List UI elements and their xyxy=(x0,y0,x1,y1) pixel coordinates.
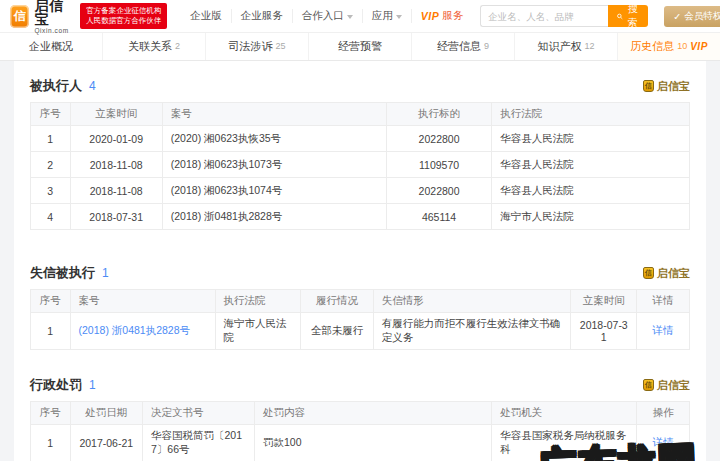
cell-case-no: (2018) 湘0623执1074号 xyxy=(162,178,386,204)
col-header: 执行法院 xyxy=(492,103,690,126)
vip-badge: VIP xyxy=(690,41,708,52)
nav-apps[interactable]: 应用 xyxy=(363,9,412,23)
case-number-link[interactable]: (2018) 浙0481执2828号 xyxy=(79,324,191,336)
cell-penalty-date: 2017-06-21 xyxy=(70,425,142,461)
table-row: 1 (2018) 浙0481执2828号 海宁市人民法院 全部未履行 有履行能力… xyxy=(31,313,690,350)
col-header: 履行情况 xyxy=(301,290,373,313)
detail-link[interactable]: 详情 xyxy=(653,324,674,336)
tab-litigation[interactable]: 司法涉诉25 xyxy=(206,33,309,60)
enforced-person-table: 序号 立案时间 案号 执行标的 执行法院 1 2020-01-09 (2020)… xyxy=(30,102,690,230)
qixin-shield-icon: 信 xyxy=(643,379,654,391)
col-header: 立案时间 xyxy=(70,103,162,126)
nav-enterprise-edition[interactable]: 企业版 xyxy=(181,9,232,23)
cell-filing-date: 2018-07-31 xyxy=(571,313,637,350)
tab-count: 10 xyxy=(677,41,687,51)
cell-no: 1 xyxy=(31,313,71,350)
member-privilege-button[interactable]: ✓ 会员特权 > xyxy=(664,6,720,27)
certification-line1: 官方备案企业征信机构 xyxy=(86,6,161,16)
detail-link[interactable]: 详情 xyxy=(653,436,674,448)
cell-no: 3 xyxy=(31,178,71,204)
section-count: 1 xyxy=(102,266,109,280)
section-admin-penalty-header: 行政处罚 1 信 启信宝 xyxy=(30,376,690,394)
chevron-down-icon xyxy=(347,15,353,19)
table-row: 2 2018-11-08 (2018) 湘0623执1073号 1109570 … xyxy=(31,152,690,178)
cell-target-amount: 2022800 xyxy=(386,126,491,152)
nav-partner-entry[interactable]: 合作入口 xyxy=(293,9,363,23)
qixin-shield-icon: 信 xyxy=(10,5,29,28)
cell-filing-date: 2020-01-09 xyxy=(70,126,162,152)
section-title: 行政处罚 xyxy=(30,376,82,394)
col-header: 序号 xyxy=(31,402,71,425)
col-header: 执行法院 xyxy=(215,290,301,313)
tab-count: 12 xyxy=(584,41,594,51)
header-nav: 企业版 企业服务 合作入口 应用 VIP服务 xyxy=(181,9,472,23)
col-header: 处罚日期 xyxy=(70,402,142,425)
qixin-watermark: 信 启信宝 xyxy=(643,79,690,94)
cell-target-amount: 1109570 xyxy=(386,152,491,178)
section-title: 失信被执行 xyxy=(30,264,95,282)
qixin-shield-icon: 信 xyxy=(643,80,654,92)
nav-vip-service[interactable]: VIP服务 xyxy=(412,9,472,23)
cell-no: 4 xyxy=(31,204,71,230)
tab-history-info[interactable]: 历史信息10VIP xyxy=(618,33,720,60)
chevron-down-icon xyxy=(396,15,402,19)
col-header: 案号 xyxy=(162,103,386,126)
tab-count: 25 xyxy=(275,41,285,51)
cell-filing-date: 2018-07-31 xyxy=(70,204,162,230)
section-enforced-person-header: 被执行人 4 信 启信宝 xyxy=(30,77,690,95)
cell-penalty-content: 罚款100 xyxy=(255,425,492,461)
cell-case-no: (2018) 浙0481执2828号 xyxy=(162,204,386,230)
search-button[interactable]: 搜索 xyxy=(608,5,648,27)
cell-dishonest-situation: 有履行能力而拒不履行生效法律文书确定义务 xyxy=(373,313,571,350)
cell-filing-date: 2018-11-08 xyxy=(70,178,162,204)
cell-court: 海宁市人民法院 xyxy=(492,204,690,230)
section-count: 1 xyxy=(89,378,96,392)
col-header: 操作 xyxy=(637,402,690,425)
section-dishonest-debtor-header: 失信被执行 1 信 启信宝 xyxy=(30,264,690,282)
cell-no: 2 xyxy=(31,152,71,178)
cell-case-no: (2020) 湘0623执恢35号 xyxy=(162,126,386,152)
col-header: 立案时间 xyxy=(571,290,637,313)
col-header: 案号 xyxy=(70,290,215,313)
qixin-watermark: 信 启信宝 xyxy=(643,266,690,281)
tab-operation-warning[interactable]: 经营预警 xyxy=(309,33,412,60)
col-header: 失信情形 xyxy=(373,290,571,313)
col-header: 决定文书号 xyxy=(143,402,255,425)
col-header: 处罚内容 xyxy=(255,402,492,425)
col-header: 序号 xyxy=(31,290,71,313)
cell-performance-status: 全部未履行 xyxy=(301,313,373,350)
tab-intellectual-property[interactable]: 知识产权12 xyxy=(515,33,618,60)
col-header: 序号 xyxy=(31,103,71,126)
col-header: 详情 xyxy=(637,290,690,313)
check-icon: ✓ xyxy=(673,11,681,22)
col-header: 执行标的 xyxy=(386,103,491,126)
cell-target-amount: 2022800 xyxy=(386,178,491,204)
cell-no: 1 xyxy=(31,425,71,461)
qixin-logo[interactable]: 信 启信宝 Qixin.com xyxy=(10,0,72,34)
tab-company-overview[interactable]: 企业概况 xyxy=(0,33,103,60)
cell-filing-date: 2018-11-08 xyxy=(70,152,162,178)
nav-enterprise-services[interactable]: 企业服务 xyxy=(232,9,293,23)
admin-penalty-table: 序号 处罚日期 决定文书号 处罚内容 处罚机关 操作 1 2017-06-21 … xyxy=(30,401,690,461)
cell-court: 华容县人民法院 xyxy=(492,152,690,178)
cell-target-amount: 465114 xyxy=(386,204,491,230)
search-input[interactable] xyxy=(480,5,608,27)
cell-no: 1 xyxy=(31,126,71,152)
brand-name: 启信宝 xyxy=(34,0,72,26)
tab-operation-info[interactable]: 经营信息9 xyxy=(412,33,515,60)
cell-court: 海宁市人民法院 xyxy=(215,313,301,350)
table-row: 1 2020-01-09 (2020) 湘0623执恢35号 2022800 华… xyxy=(31,126,690,152)
section-title: 被执行人 xyxy=(30,77,82,95)
table-header-row: 序号 案号 执行法院 履行情况 失信情形 立案时间 详情 xyxy=(31,290,690,313)
cell-court: 华容县人民法院 xyxy=(492,126,690,152)
cell-case-no: (2018) 湘0623执1073号 xyxy=(162,152,386,178)
tab-relations[interactable]: 关联关系2 xyxy=(103,33,206,60)
tab-count: 9 xyxy=(484,41,489,51)
table-header-row: 序号 立案时间 案号 执行标的 执行法院 xyxy=(31,103,690,126)
table-row: 1 2017-06-21 华容国税简罚〔2017〕66号 罚款100 华容县国家… xyxy=(31,425,690,461)
qixin-watermark: 信 启信宝 xyxy=(643,378,690,393)
table-header-row: 序号 处罚日期 决定文书号 处罚内容 处罚机关 操作 xyxy=(31,402,690,425)
cell-court: 华容县人民法院 xyxy=(492,178,690,204)
certification-badge: 官方备案企业征信机构 人民数据官方合作伙伴 xyxy=(80,3,167,29)
header-search: 搜索 xyxy=(480,5,648,27)
